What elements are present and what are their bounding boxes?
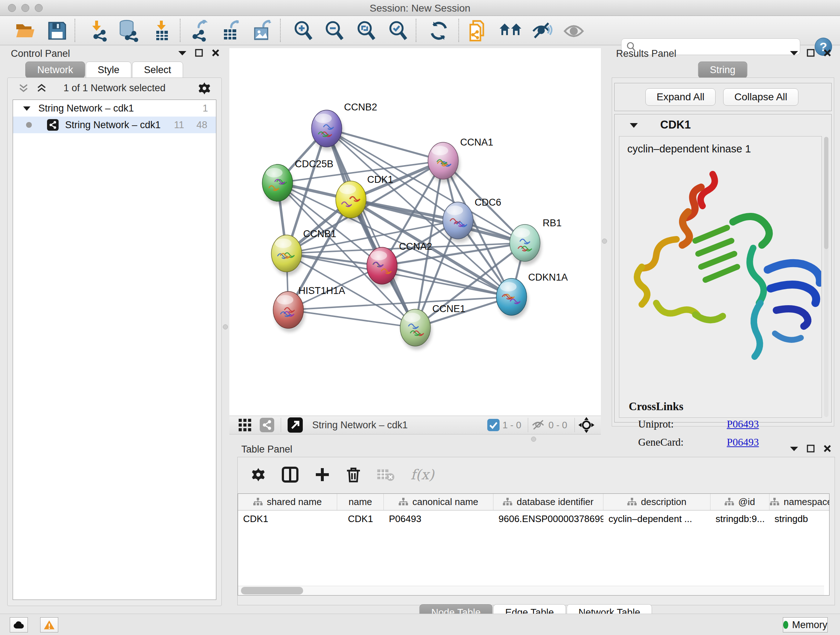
column-header-description[interactable]: description — [603, 494, 711, 510]
first-neighbors-icon[interactable] — [499, 19, 522, 42]
collapse-all-button[interactable]: Collapse All — [723, 88, 798, 106]
network-options-gear-icon[interactable] — [197, 81, 211, 95]
toolbar-separator — [74, 19, 75, 42]
selected-items-indicator: 1 - 0 — [502, 420, 521, 431]
table-row[interactable]: CDK1CDK1P064939606.ENSP00000378699cyclin… — [238, 510, 829, 528]
node-label-CCNA1: CCNA1 — [460, 137, 493, 148]
application-window: Session: New Session — [0, 0, 840, 635]
expand-all-button[interactable]: Expand All — [645, 88, 715, 106]
zoom-fit-icon[interactable] — [355, 19, 378, 42]
panel-menu-icon[interactable] — [790, 50, 798, 55]
close-panel-icon[interactable] — [823, 445, 831, 453]
memory-button[interactable]: Memory — [783, 617, 828, 632]
open-session-icon[interactable] — [14, 19, 37, 42]
float-panel-icon[interactable] — [807, 445, 815, 453]
memory-status-dot — [783, 621, 788, 629]
zoom-in-icon[interactable] — [292, 19, 315, 42]
function-builder-icon[interactable]: f(x) — [411, 467, 434, 483]
results-panel-title: Results Panel — [616, 48, 676, 59]
network-graph[interactable]: CCNB2CCNA1CDC25BCDK1CDC6RB1CCNB1CCNA2CDK… — [229, 48, 601, 416]
network-view-title: String Network – cdk1 — [312, 420, 408, 431]
network-node-CDC25B[interactable]: CDC25B — [262, 158, 333, 205]
delete-table-icon[interactable] — [377, 468, 395, 481]
cloud-icon — [13, 621, 25, 629]
table-cell[interactable]: CDK1 — [337, 510, 384, 528]
show-all-icon[interactable] — [562, 19, 585, 42]
network-node-CCNB2[interactable]: CCNB2 — [311, 102, 377, 150]
table-cell[interactable]: CDK1 — [238, 510, 337, 528]
scrollbar-thumb[interactable] — [241, 587, 303, 594]
column-header-id[interactable]: @id — [711, 494, 769, 510]
panel-menu-icon[interactable] — [178, 50, 186, 55]
results-scrollbar[interactable] — [824, 137, 829, 417]
close-panel-icon[interactable] — [823, 49, 831, 57]
tab-string[interactable]: String — [698, 62, 747, 78]
zoom-out-icon[interactable] — [323, 19, 346, 42]
table-cell[interactable]: stringdb:9... — [711, 510, 769, 528]
bottom-splitter-handle[interactable] — [531, 437, 536, 442]
control-panel: Control Panel NetworkStyleSelectSets 1 o… — [3, 48, 225, 608]
show-columns-icon[interactable] — [282, 467, 298, 483]
node-label-CDK1: CDK1 — [367, 174, 393, 185]
export-network-icon[interactable] — [188, 19, 211, 42]
status-bar: Memory — [0, 614, 840, 635]
network-row[interactable]: String Network – cdk1 11 48 — [13, 117, 216, 133]
zoom-selected-icon[interactable] — [387, 19, 410, 42]
toolbar-separator — [416, 19, 416, 42]
export-image-icon[interactable] — [250, 19, 273, 42]
column-header-canonicalname[interactable]: canonical name — [384, 494, 493, 510]
table-cell[interactable]: stringdb — [769, 510, 829, 528]
import-table-file-icon[interactable] — [150, 19, 173, 42]
close-panel-icon[interactable] — [212, 49, 219, 57]
tab-select[interactable]: Select — [132, 62, 183, 78]
node-label-CCNB2: CCNB2 — [344, 102, 377, 112]
network-view-mode-icon[interactable] — [260, 418, 274, 432]
crosslink-label: Uniprot: — [638, 418, 727, 430]
tree-expand-icon[interactable] — [23, 106, 30, 111]
export-table-icon[interactable] — [219, 19, 242, 42]
network-node-CCNA1[interactable]: CCNA1 — [428, 137, 493, 183]
save-session-icon[interactable] — [46, 19, 69, 42]
delete-column-icon[interactable] — [346, 466, 361, 483]
apply-layout-icon[interactable] — [427, 19, 450, 42]
node-table[interactable]: shared namenamecanonical namedatabase id… — [238, 494, 829, 595]
tab-network[interactable]: Network — [25, 62, 85, 78]
left-splitter-handle[interactable] — [223, 325, 228, 329]
table-options-gear-icon[interactable] — [251, 467, 266, 482]
cloud-status-button[interactable] — [10, 617, 28, 632]
right-splitter-handle[interactable] — [602, 239, 607, 244]
column-header-name[interactable]: name — [337, 494, 384, 510]
network-node-CCNE1[interactable]: CCNE1 — [400, 303, 466, 350]
crosslink-link[interactable]: P06493 — [727, 418, 759, 430]
network-node-RB1[interactable]: RB1 — [510, 218, 562, 265]
network-view-canvas[interactable]: CCNB2CCNA1CDC25BCDK1CDC6RB1CCNB1CCNA2CDK… — [229, 48, 601, 416]
section-collapse-icon[interactable] — [630, 122, 638, 128]
float-panel-icon[interactable] — [195, 49, 203, 57]
birdseye-view-icon[interactable] — [578, 417, 594, 433]
table-horizontal-scrollbar[interactable] — [238, 586, 824, 595]
tab-style[interactable]: Style — [86, 62, 131, 78]
network-collection-row[interactable]: String Network – cdk1 1 — [13, 100, 216, 117]
column-header-databaseidentifier[interactable]: database identifier — [493, 494, 603, 510]
detach-view-icon[interactable] — [287, 417, 303, 432]
table-cell[interactable]: P06493 — [384, 510, 493, 528]
import-network-database-icon[interactable] — [117, 19, 140, 42]
gene-section-header[interactable]: CDK1 — [615, 114, 831, 135]
table-cell[interactable]: cyclin–dependent ... — [603, 510, 711, 528]
clone-network-icon[interactable] — [467, 19, 490, 42]
network-node-CDKN1A[interactable]: CDKN1A — [496, 272, 568, 319]
grid-view-icon[interactable] — [238, 418, 252, 432]
column-tree-icon — [627, 498, 637, 507]
selected-items-icon — [487, 419, 500, 431]
hide-selected-icon[interactable] — [531, 19, 554, 42]
network-tree: String Network – cdk1 1 String Network –… — [13, 100, 216, 600]
warnings-button[interactable] — [40, 617, 58, 632]
float-panel-icon[interactable] — [807, 49, 815, 57]
column-header-namespace[interactable]: namespace — [769, 494, 829, 510]
column-header-sharedname[interactable]: shared name — [238, 494, 337, 510]
panel-menu-icon[interactable] — [790, 446, 798, 451]
create-column-icon[interactable] — [314, 467, 330, 483]
warning-icon — [43, 620, 55, 630]
import-network-file-icon[interactable] — [87, 19, 110, 42]
table-cell[interactable]: 9606.ENSP00000378699 — [493, 510, 603, 528]
